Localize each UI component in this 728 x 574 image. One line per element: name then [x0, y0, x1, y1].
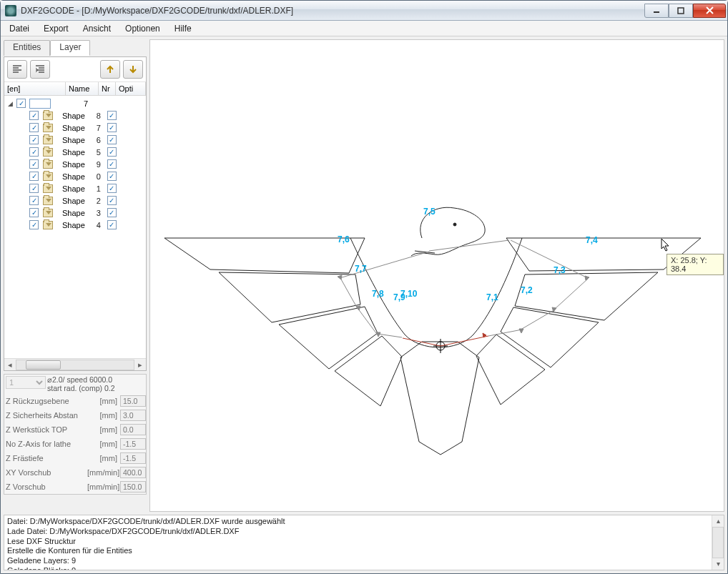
- checkbox[interactable]: [29, 147, 39, 157]
- menu-optionen[interactable]: Optionen: [119, 22, 166, 35]
- tree-shape-row[interactable]: Shape2: [6, 194, 144, 207]
- mouse-cursor-icon: [661, 238, 671, 252]
- menu-datei[interactable]: Datei: [4, 22, 35, 35]
- col-name[interactable]: Name: [66, 82, 99, 95]
- opt-checkbox[interactable]: [107, 220, 117, 229]
- folder-icon: [43, 136, 53, 144]
- param-value[interactable]: -1.5: [120, 438, 146, 450]
- param-row: Z Frästiefe[mm]-1.5: [4, 451, 146, 465]
- app-icon: [5, 5, 16, 16]
- col-opt[interactable]: Opti: [116, 82, 146, 95]
- close-button[interactable]: [693, 4, 726, 18]
- log-vscrollbar[interactable]: ▴▾: [712, 515, 724, 570]
- param-value[interactable]: 15.0: [120, 395, 146, 407]
- opt-checkbox[interactable]: [107, 123, 117, 132]
- tab-entities[interactable]: Entities: [4, 40, 50, 56]
- param-label: Z Sicherheits Abstan: [6, 411, 87, 420]
- param-row: Z Vorschub[mm/min]150.0: [4, 480, 146, 494]
- param-row: Z Werkstück TOP[mm]0.0: [4, 422, 146, 437]
- maximize-button[interactable]: [669, 4, 693, 18]
- opt-checkbox[interactable]: [107, 159, 117, 169]
- tab-layer[interactable]: Layer: [50, 40, 90, 56]
- checkbox[interactable]: [29, 220, 39, 229]
- tree-hscrollbar[interactable]: ◂ ▸: [4, 358, 146, 370]
- param-row: No Z-Axis for lathe[mm]-1.5: [4, 437, 146, 451]
- align-indent-button[interactable]: [30, 60, 50, 79]
- shape-name: Shape: [62, 221, 85, 229]
- opt-checkbox[interactable]: [107, 135, 117, 144]
- col-nr[interactable]: Nr: [99, 82, 116, 95]
- log-line: Geladene Blöcke: 0: [7, 566, 721, 570]
- param-unit: [mm]: [87, 411, 120, 420]
- menu-hilfe[interactable]: Hilfe: [169, 22, 197, 35]
- params-panel: 1 ⌀2.0/ speed 6000.0 start rad. (comp) 0…: [4, 374, 147, 495]
- align-left-button[interactable]: [7, 60, 27, 79]
- shape-name: Shape: [62, 124, 85, 132]
- param-value[interactable]: 150.0: [120, 481, 146, 493]
- opt-checkbox[interactable]: [107, 147, 117, 157]
- checkbox[interactable]: [16, 99, 26, 108]
- folder-icon: [43, 160, 53, 169]
- move-up-button[interactable]: [100, 60, 120, 79]
- svg-line-11: [511, 240, 588, 278]
- checkbox[interactable]: [29, 172, 39, 181]
- col-en[interactable]: [en]: [4, 82, 66, 95]
- expand-toggle[interactable]: ◢: [6, 100, 14, 107]
- window-title: DXF2GCODE - [D:/MyWorkspace/DXF2GCODE/tr…: [21, 6, 293, 16]
- svg-line-6: [429, 240, 509, 251]
- param-label: Z Vorschub: [6, 483, 87, 491]
- tree-shape-row[interactable]: Shape5: [6, 146, 144, 158]
- tree-shape-row[interactable]: Shape0: [6, 170, 144, 182]
- tool-select[interactable]: 1: [6, 376, 46, 389]
- inline-edit-field[interactable]: [29, 99, 51, 109]
- layer-tree[interactable]: ◢ 7 Shape8Shape7Shape6Shape5Shape9Shape0…: [4, 96, 146, 358]
- shape-nr: 8: [91, 112, 101, 120]
- tree-shape-row[interactable]: Shape3: [6, 207, 144, 219]
- tree-shape-row[interactable]: Shape7: [6, 122, 144, 134]
- param-unit: [mm/min]: [87, 483, 120, 491]
- checkbox[interactable]: [29, 123, 39, 132]
- checkbox[interactable]: [29, 196, 39, 205]
- title-bar: DXF2GCODE - [D:/MyWorkspace/DXF2GCODE/tr…: [1, 1, 727, 21]
- checkbox[interactable]: [29, 208, 39, 217]
- svg-line-8: [340, 278, 357, 307]
- shape-nr: 1: [91, 184, 101, 193]
- checkbox[interactable]: [29, 111, 39, 120]
- param-unit: [mm]: [87, 440, 120, 448]
- tree-shape-row[interactable]: Shape4: [6, 219, 144, 231]
- opt-checkbox[interactable]: [107, 111, 117, 120]
- param-unit: [mm]: [87, 397, 120, 405]
- minimize-button[interactable]: [644, 4, 669, 18]
- svg-line-13: [522, 310, 555, 329]
- param-summary-2: start rad. (comp) 0.2: [47, 385, 115, 393]
- opt-checkbox[interactable]: [107, 196, 117, 205]
- tree-shape-row[interactable]: Shape1: [6, 182, 144, 194]
- checkbox[interactable]: [29, 159, 39, 169]
- opt-checkbox[interactable]: [107, 184, 117, 193]
- param-value[interactable]: 400.0: [120, 467, 146, 478]
- log-line: Lade Datei: D:/MyWorkspace/DXF2GCODE/tru…: [7, 527, 721, 537]
- menu-export[interactable]: Export: [38, 22, 74, 35]
- checkbox[interactable]: [29, 184, 39, 193]
- param-value[interactable]: -1.5: [120, 452, 146, 464]
- tree-shape-row[interactable]: Shape6: [6, 134, 144, 146]
- opt-checkbox[interactable]: [107, 172, 117, 181]
- move-down-button[interactable]: [123, 60, 143, 79]
- shape-nr: 7: [91, 124, 101, 132]
- folder-icon: [43, 172, 53, 181]
- param-row: Z Sicherheits Abstan[mm]3.0: [4, 408, 146, 422]
- coordinate-tooltip: X: 25.8; Y: 38.4: [666, 254, 724, 275]
- shape-index-label: 7,1: [486, 292, 498, 302]
- tree-shape-row[interactable]: Shape8: [6, 109, 144, 122]
- param-value[interactable]: 3.0: [120, 410, 146, 421]
- param-value[interactable]: 0.0: [120, 424, 146, 435]
- log-panel[interactable]: Datei: D:/MyWorkspace/DXF2GCODE/trunk/dx…: [4, 515, 724, 570]
- checkbox[interactable]: [29, 135, 39, 144]
- tree-shape-row[interactable]: Shape9: [6, 158, 144, 170]
- menu-ansicht[interactable]: Ansicht: [77, 22, 117, 35]
- shape-name: Shape: [62, 160, 85, 169]
- opt-checkbox[interactable]: [107, 208, 117, 217]
- tree-root-row[interactable]: ◢ 7: [6, 97, 144, 109]
- drawing-canvas[interactable]: 7,57,67,47,77,37,87,97,107,27,1 X: 25.8;…: [149, 39, 724, 512]
- log-line: Datei: D:/MyWorkspace/DXF2GCODE/trunk/dx…: [7, 517, 721, 527]
